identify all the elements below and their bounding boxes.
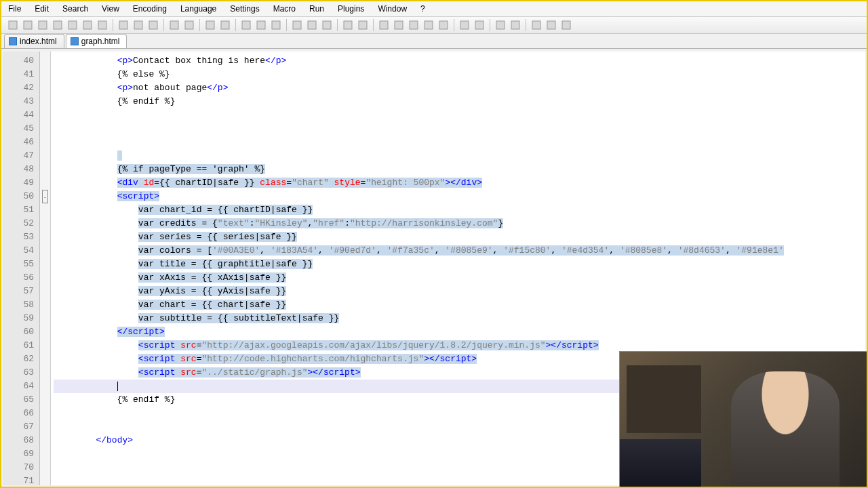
fold-cell[interactable]: - [40, 190, 50, 203]
fold-cell[interactable] [40, 352, 50, 366]
fold-cell[interactable] [40, 108, 50, 122]
rec-icon[interactable] [393, 19, 405, 31]
code-line[interactable] [54, 149, 865, 163]
code-line[interactable]: var subtitle = {{ subtitleText|safe }} [54, 312, 865, 325]
unfold-icon[interactable] [357, 19, 369, 31]
fold-cell[interactable] [40, 447, 50, 461]
menu-view[interactable]: View [99, 3, 122, 15]
fold-cell[interactable] [40, 434, 50, 447]
code-line[interactable]: var series = {{ series|safe }} [54, 230, 865, 244]
playall-icon[interactable] [437, 19, 450, 31]
fold-cell[interactable] [40, 54, 50, 68]
code-line[interactable]: var chart_id = {{ chartID|safe }} [54, 203, 865, 217]
run3-icon[interactable] [560, 19, 572, 31]
fold-toggle-icon[interactable]: - [42, 190, 48, 203]
code-line[interactable]: var chart = {{ chart|safe }} [54, 298, 865, 312]
fold-cell[interactable] [40, 176, 50, 190]
fold-cell[interactable] [40, 474, 50, 488]
find-icon[interactable] [204, 19, 216, 31]
code-line[interactable] [54, 136, 865, 149]
code-line[interactable]: var colors = ['#00A3E0', '#183A54', '#90… [54, 244, 865, 258]
menu-encoding[interactable]: Encoding [130, 3, 170, 15]
fold-icon[interactable] [342, 19, 354, 31]
fold-cell[interactable] [40, 244, 50, 258]
code-line[interactable] [54, 108, 865, 122]
macro2-icon[interactable] [473, 19, 486, 31]
fold-cell[interactable] [40, 407, 50, 420]
menu-settings[interactable]: Settings [227, 3, 262, 15]
fold-column[interactable]: - [40, 52, 51, 485]
fold-cell[interactable] [40, 339, 50, 352]
menu-edit[interactable]: Edit [32, 3, 52, 15]
code-line[interactable]: {% endif %} [54, 95, 865, 108]
code-line[interactable]: {% else %} [54, 68, 865, 81]
fold-cell[interactable] [40, 81, 50, 95]
code-line[interactable]: {% if pageType == 'graph' %} [54, 163, 865, 176]
play-icon[interactable] [408, 19, 420, 31]
fold-cell[interactable] [40, 380, 50, 393]
fold-cell[interactable] [40, 203, 50, 217]
fold-cell[interactable] [40, 393, 50, 407]
redo-icon[interactable] [183, 19, 195, 31]
menu-window[interactable]: Window [375, 3, 410, 15]
code-line[interactable] [54, 122, 865, 136]
fold-cell[interactable] [40, 325, 50, 339]
code-line[interactable]: <p>not about page</p> [54, 81, 865, 95]
menu-language[interactable]: Language [178, 3, 219, 15]
menu-run[interactable]: Run [307, 3, 327, 15]
menu-?[interactable]: ? [418, 3, 428, 15]
fold-cell[interactable] [40, 230, 50, 244]
code-line[interactable]: <script> [54, 190, 865, 203]
fold-cell[interactable] [40, 285, 50, 298]
macro1-icon[interactable] [458, 19, 471, 31]
code-line[interactable]: <script src="http://ajax.googleapis.com/… [54, 339, 865, 352]
hide-icon[interactable] [378, 19, 390, 31]
fold-cell[interactable] [40, 149, 50, 163]
paste-icon[interactable] [147, 19, 159, 31]
fold-cell[interactable] [40, 217, 50, 230]
code-line[interactable]: <p>Contact box thing is here</p> [54, 54, 865, 68]
undo-icon[interactable] [168, 19, 180, 31]
fold-cell[interactable] [40, 68, 50, 81]
tab-index-html[interactable]: index.html [4, 34, 64, 48]
closeall-icon[interactable] [81, 19, 94, 31]
saveall-icon[interactable] [52, 19, 64, 31]
replace-icon[interactable] [219, 19, 231, 31]
print-icon[interactable] [96, 19, 108, 31]
fold-cell[interactable] [40, 271, 50, 285]
zoom-out-icon[interactable] [255, 19, 267, 31]
menu-search[interactable]: Search [60, 3, 91, 15]
code-line[interactable]: <div id={{ chartID|safe }} class="chart"… [54, 176, 865, 190]
tab-graph-html[interactable]: graph.html [66, 34, 127, 48]
code-line[interactable]: var credits = {"text":"HKinsley","href":… [54, 217, 865, 230]
sync-icon[interactable] [270, 19, 282, 31]
fold-cell[interactable] [40, 163, 50, 176]
fold-cell[interactable] [40, 420, 50, 434]
fold-cell[interactable] [40, 298, 50, 312]
run1-icon[interactable] [530, 19, 542, 31]
code-line[interactable]: var title = {{ graphtitle|safe }} [54, 258, 865, 271]
fold-cell[interactable] [40, 366, 50, 380]
open-icon[interactable] [22, 19, 34, 31]
run2-icon[interactable] [545, 19, 557, 31]
code-line[interactable]: var xAxis = {{ xAxis|safe }} [54, 271, 865, 285]
wordwrap-icon[interactable] [291, 19, 303, 31]
fold-cell[interactable] [40, 461, 50, 474]
fold-cell[interactable] [40, 95, 50, 108]
code-line[interactable]: var yAxis = {{ yAxis|safe }} [54, 285, 865, 298]
copy-icon[interactable] [132, 19, 144, 31]
menu-plugins[interactable]: Plugins [335, 3, 367, 15]
sort-desc-icon[interactable] [509, 19, 521, 31]
indent-icon[interactable] [321, 19, 333, 31]
menu-file[interactable]: File [5, 3, 24, 15]
fold-cell[interactable] [40, 136, 50, 149]
showall-icon[interactable] [306, 19, 318, 31]
fold-cell[interactable] [40, 258, 50, 271]
close-icon[interactable] [66, 19, 79, 31]
cut-icon[interactable] [117, 19, 130, 31]
fold-cell[interactable] [40, 122, 50, 136]
fold-cell[interactable] [40, 312, 50, 325]
save-icon[interactable] [37, 19, 49, 31]
stop-icon[interactable] [422, 19, 435, 31]
code-line[interactable]: </script> [54, 325, 865, 339]
